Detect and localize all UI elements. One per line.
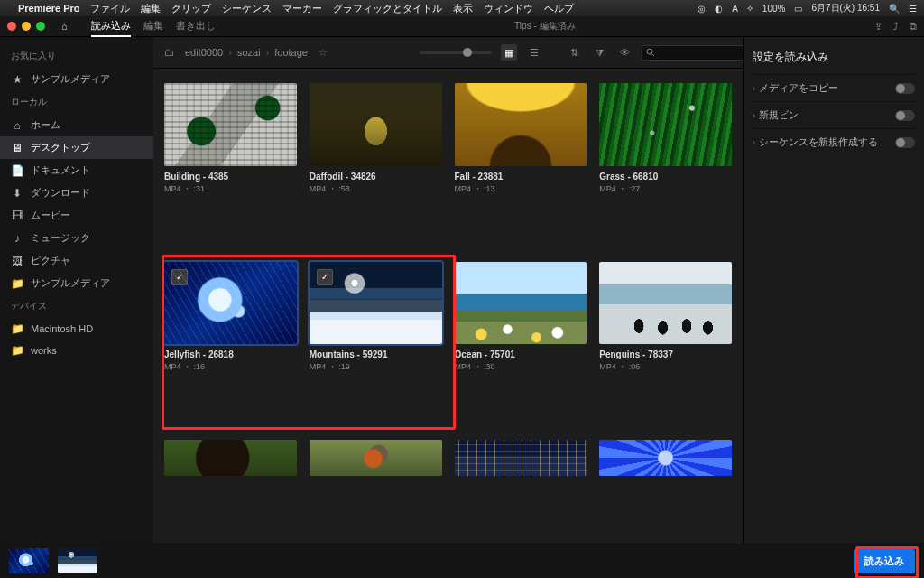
selected-mini-thumb[interactable]: [9, 548, 49, 573]
tab-export[interactable]: 書き出し: [176, 16, 216, 37]
menu-marker[interactable]: マーカー: [282, 2, 322, 15]
file-card[interactable]: Daffodil - 34826MP4 ・ :58: [310, 83, 442, 247]
sidebar-item-macintosh-hd[interactable]: 📁Macintosh HD: [0, 318, 153, 340]
breadcrumb-segment[interactable]: edit0000: [185, 47, 223, 58]
file-card[interactable]: ✓Mountains - 59291MP4 ・ :19: [310, 262, 442, 426]
wifi-icon[interactable]: ⟡: [747, 3, 753, 14]
selected-mini-thumb[interactable]: [58, 548, 97, 573]
breadcrumb[interactable]: edit0000 › sozai › footage ☆: [185, 47, 328, 59]
input-source-icon[interactable]: A: [732, 4, 738, 14]
toggle-switch[interactable]: [895, 110, 915, 121]
file-card[interactable]: ✓Jellyfish - 26818MP4 ・ :16: [164, 262, 297, 426]
menu-clip[interactable]: クリップ: [171, 2, 211, 15]
traffic-lights[interactable]: [7, 22, 45, 31]
search-menubar-icon[interactable]: 🔍: [889, 4, 900, 14]
breadcrumb-segment[interactable]: sozai: [237, 47, 261, 58]
browser-toolbar: 🗀 edit0000 › sozai › footage ☆ ▦ ☰ ⇅ ⧩ 👁: [153, 37, 743, 69]
file-thumbnail[interactable]: ✓: [164, 262, 297, 345]
sidebar-item-works[interactable]: 📁works: [0, 340, 153, 361]
menu-sequence[interactable]: シーケンス: [222, 2, 272, 15]
file-thumbnail[interactable]: [599, 83, 732, 166]
panel-title: 設定を読み込み: [753, 44, 915, 74]
list-view-icon[interactable]: ☰: [526, 44, 542, 61]
sidebar-item-label: ミュージック: [31, 231, 90, 245]
file-card[interactable]: Grass - 66810MP4 ・ :27: [599, 83, 732, 247]
file-name: Building - 4385: [164, 172, 297, 182]
menu-graphics[interactable]: グラフィックとタイトル: [333, 2, 442, 15]
file-card[interactable]: Building - 4385MP4 ・ :31: [164, 83, 297, 247]
file-thumbnail[interactable]: [455, 440, 587, 476]
file-card[interactable]: Fall - 23881MP4 ・ :13: [455, 83, 587, 247]
toggle-switch[interactable]: [895, 83, 915, 94]
workspace-icon[interactable]: ⧉: [910, 21, 917, 33]
file-thumbnail[interactable]: [164, 440, 297, 476]
app-name[interactable]: Premiere Pro: [18, 3, 79, 14]
file-thumbnail[interactable]: [599, 262, 732, 345]
setting-create-sequence[interactable]: ›シーケンスを新規作成する: [753, 128, 915, 155]
sort-icon[interactable]: ⇅: [566, 44, 582, 61]
search-input[interactable]: [642, 45, 732, 61]
file-card[interactable]: [164, 440, 297, 528]
file-thumbnail[interactable]: [455, 83, 587, 166]
selection-checkbox[interactable]: ✓: [317, 269, 333, 285]
control-center-icon[interactable]: ☰: [909, 4, 917, 14]
file-meta: MP4 ・ :30: [455, 361, 587, 373]
grid-view-icon[interactable]: ▦: [501, 44, 517, 61]
file-card[interactable]: [310, 440, 442, 528]
selection-checkbox[interactable]: ✓: [171, 269, 188, 285]
file-card[interactable]: [455, 440, 587, 528]
chevron-right-icon: ›: [753, 138, 755, 147]
close-window[interactable]: [7, 22, 16, 31]
view-options-icon[interactable]: 👁: [616, 44, 633, 61]
clock[interactable]: 6月7日(火) 16:51: [811, 2, 880, 14]
quick-export-icon[interactable]: ⇪: [874, 21, 882, 33]
file-thumbnail[interactable]: [455, 262, 587, 345]
file-name: Grass - 66810: [599, 172, 732, 182]
sidebar-item-samplemedia-folder[interactable]: 📁サンプルメディア: [0, 272, 153, 294]
sidebar-item-music[interactable]: ♪ミュージック: [0, 227, 153, 249]
thumbnail-size-slider[interactable]: [420, 51, 492, 54]
file-meta: MP4 ・ :19: [310, 361, 442, 373]
sidebar-item-downloads[interactable]: ⬇ダウンロード: [0, 182, 153, 204]
menu-help[interactable]: ヘルプ: [544, 2, 574, 15]
file-thumbnail[interactable]: [310, 83, 442, 166]
battery-icon: ▭: [794, 4, 802, 14]
file-thumbnail[interactable]: [310, 440, 442, 476]
file-meta: MP4 ・ :27: [599, 183, 732, 195]
home-icon[interactable]: ⌂: [61, 21, 68, 32]
file-thumbnail[interactable]: ✓: [310, 262, 442, 345]
file-grid: Building - 4385MP4 ・ :31Daffodil - 34826…: [153, 69, 743, 543]
zoom-window[interactable]: [36, 22, 45, 31]
sidebar-item-pictures[interactable]: 🖼ピクチャ: [0, 249, 153, 272]
tab-import[interactable]: 読み込み: [91, 16, 131, 37]
sidebar-item-documents[interactable]: 📄ドキュメント: [0, 159, 153, 182]
breadcrumb-segment[interactable]: footage: [274, 47, 308, 58]
tab-edit[interactable]: 編集: [143, 16, 163, 37]
share-icon[interactable]: ⤴: [893, 21, 899, 33]
sidebar-item-movies[interactable]: 🎞ムービー: [0, 204, 153, 227]
sidebar-item-sample-media[interactable]: ★ サンプルメディア: [0, 68, 153, 90]
import-button[interactable]: 読み込み: [854, 549, 915, 573]
sidebar-item-desktop[interactable]: 🖥デスクトップ: [0, 136, 153, 159]
setting-copy-media[interactable]: ›メディアをコピー: [753, 74, 915, 101]
favorite-star-icon[interactable]: ☆: [319, 47, 328, 59]
minimize-window[interactable]: [22, 22, 31, 31]
file-card[interactable]: Ocean - 75701MP4 ・ :30: [455, 262, 587, 426]
menu-window[interactable]: ウィンドウ: [484, 2, 533, 15]
menu-edit[interactable]: 編集: [141, 2, 161, 15]
file-card[interactable]: [599, 440, 732, 528]
sidebar-item-label: Macintosh HD: [31, 323, 93, 334]
file-thumbnail[interactable]: [599, 440, 732, 476]
menu-file[interactable]: ファイル: [90, 2, 130, 15]
setting-new-bin[interactable]: ›新規ビン: [753, 101, 915, 128]
file-name: Jellyfish - 26818: [164, 350, 297, 359]
filter-icon[interactable]: ⧩: [591, 44, 607, 61]
file-card[interactable]: Penguins - 78337MP4 ・ :06: [599, 262, 732, 426]
sidebar-item-label: works: [31, 345, 57, 356]
sidebar-item-home[interactable]: ⌂ホーム: [0, 114, 153, 136]
menu-view[interactable]: 表示: [453, 2, 473, 15]
sidebar-section-favorites: お気に入り: [0, 44, 153, 68]
sidebar-item-label: ピクチャ: [31, 254, 70, 267]
toggle-switch[interactable]: [895, 137, 915, 148]
file-thumbnail[interactable]: [164, 83, 297, 166]
